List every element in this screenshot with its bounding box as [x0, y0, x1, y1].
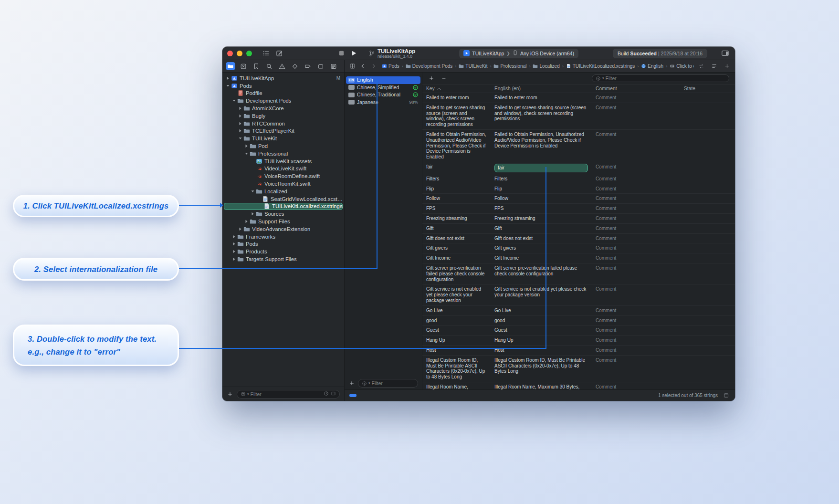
string-row[interactable]: Gift does not existGift does not existCo… — [422, 234, 735, 244]
build-status-badge[interactable]: Build Succeeded | 2025/9/18 at 20:16 — [613, 49, 707, 58]
file-tree-item[interactable]: RTCCommon — [222, 120, 344, 127]
chevron-right-icon[interactable] — [244, 144, 249, 148]
navigator-filter-input[interactable] — [251, 391, 322, 397]
string-row[interactable]: Hang UpHang UpComment — [422, 336, 735, 346]
file-tree-item[interactable]: VideoLiveKit.swift — [222, 165, 344, 173]
string-row[interactable]: fairfairComment — [422, 162, 735, 174]
chevron-down-icon[interactable] — [250, 189, 255, 193]
chevron-right-icon[interactable] — [231, 250, 237, 253]
string-value[interactable]: Follow — [491, 194, 592, 203]
language-item[interactable]: Chinese, Traditional — [346, 91, 420, 99]
string-row[interactable]: goodgoodComment — [422, 316, 735, 326]
string-comment[interactable]: Comment — [592, 234, 680, 243]
string-value[interactable]: Failed to enter room — [491, 93, 592, 103]
string-comment[interactable]: Comment — [592, 103, 680, 129]
column-header-key[interactable]: Key — [422, 84, 491, 93]
language-item[interactable]: Chinese, Simplified — [346, 84, 420, 92]
chevron-right-icon[interactable] — [238, 227, 243, 231]
file-tree-item[interactable]: Pods — [222, 82, 344, 90]
chevron-right-icon[interactable] — [250, 212, 255, 216]
file-tree-item[interactable]: Bugly — [222, 112, 344, 120]
column-header-state[interactable]: State — [680, 84, 735, 93]
chevron-right-icon[interactable] — [238, 114, 243, 118]
navigator-filter-field[interactable]: ▾ — [237, 390, 340, 399]
breadcrumb-item[interactable]: Professional — [493, 63, 526, 69]
string-value[interactable]: Flip — [491, 184, 592, 194]
string-value[interactable]: Gift does not exist — [491, 234, 592, 243]
chevron-right-icon[interactable] — [231, 235, 237, 239]
string-comment[interactable]: Comment — [592, 224, 680, 233]
string-comment[interactable]: Comment — [592, 316, 680, 326]
string-row[interactable]: Failed to enter roomFailed to enter room… — [422, 93, 735, 103]
string-comment[interactable]: Comment — [592, 336, 680, 345]
chevron-down-icon[interactable] — [238, 136, 243, 140]
string-row[interactable]: Failed to Obtain Permission, Unauthorize… — [422, 130, 735, 162]
file-tree-item[interactable]: Frameworks — [222, 233, 344, 241]
inspector-toggle-icon[interactable] — [721, 50, 729, 57]
string-row[interactable]: Go LiveGo LiveComment — [422, 306, 735, 316]
file-tree-item[interactable]: Podfile — [222, 90, 344, 97]
string-row[interactable]: Gift IncomeGift IncomeComment — [422, 253, 735, 263]
string-value[interactable]: Go Live — [491, 306, 592, 315]
string-value[interactable]: good — [491, 316, 592, 326]
string-row[interactable]: FPSFPSComment — [422, 204, 735, 214]
breadcrumb-item[interactable]: English — [641, 63, 663, 69]
code-review-icon[interactable] — [697, 63, 705, 70]
strings-filter-field[interactable]: ▾ — [592, 74, 729, 82]
run-button[interactable] — [349, 50, 358, 57]
file-tree-item[interactable]: TUILiveKit.xcassets — [222, 158, 344, 165]
chevron-down-icon[interactable] — [244, 152, 249, 156]
string-comment[interactable]: Comment — [592, 253, 680, 263]
breadcrumb-item[interactable]: Localized — [533, 63, 559, 69]
string-comment[interactable]: Comment — [592, 346, 680, 355]
breadcrumb-item[interactable]: TUILiveKit — [459, 63, 487, 69]
string-row[interactable]: Freezing streamingFreezing streamingComm… — [422, 214, 735, 224]
file-tree-item[interactable]: VoiceRoomKit.swift — [222, 180, 344, 188]
chevron-right-icon[interactable] — [225, 76, 231, 80]
file-tree-item[interactable]: Targets Support Files — [222, 255, 344, 263]
string-value[interactable]: FPS — [491, 204, 592, 213]
string-row[interactable]: GuestGuestComment — [422, 326, 735, 336]
list-icon[interactable] — [262, 50, 270, 57]
add-language-button[interactable] — [348, 380, 355, 387]
string-comment[interactable]: Comment — [592, 162, 680, 174]
string-row[interactable]: FollowFollowComment — [422, 194, 735, 204]
column-header-english[interactable]: English (en) — [491, 84, 592, 93]
string-row[interactable]: FiltersFiltersComment — [422, 174, 735, 184]
source-control-filter-icon[interactable] — [331, 391, 336, 397]
string-comment[interactable]: Comment — [592, 306, 680, 315]
chevron-right-icon[interactable] — [238, 129, 243, 133]
file-tree-item[interactable]: TCEffectPlayerKit — [222, 127, 344, 135]
string-value[interactable]: Filters — [491, 174, 592, 184]
string-row[interactable]: FlipFlipComment — [422, 184, 735, 194]
string-comment[interactable]: Comment — [592, 326, 680, 335]
adjust-editor-icon[interactable] — [710, 63, 718, 70]
string-comment[interactable]: Comment — [592, 263, 680, 284]
remove-string-button[interactable] — [440, 75, 447, 82]
string-value[interactable]: Gift givers — [491, 243, 592, 253]
string-row[interactable]: Gift server pre-verification failed plea… — [422, 263, 735, 284]
string-value[interactable]: Freezing streaming — [491, 214, 592, 223]
chevron-right-icon[interactable] — [231, 257, 237, 261]
string-value[interactable]: Failed to get screen sharing source (scr… — [491, 103, 592, 129]
string-value[interactable]: Gift — [491, 224, 592, 233]
issues-navigator-icon[interactable] — [277, 62, 287, 70]
string-comment[interactable]: Comment — [592, 174, 680, 184]
debug-navigator-icon[interactable] — [303, 62, 313, 70]
string-row[interactable]: Failed to get screen sharing source (scr… — [422, 103, 735, 130]
add-file-button[interactable] — [227, 391, 233, 398]
reports-navigator-icon[interactable] — [329, 62, 338, 70]
string-value[interactable]: Gift Income — [491, 253, 592, 263]
add-string-button[interactable] — [428, 75, 435, 82]
file-tree-item[interactable]: VoiceRoomDefine.swift — [222, 172, 344, 180]
editor-grid-icon[interactable] — [348, 63, 356, 70]
string-value[interactable]: Failed to Obtain Permission, Unauthorize… — [491, 130, 592, 162]
language-item[interactable]: Japanese98% — [346, 99, 420, 106]
chevron-down-icon[interactable] — [231, 99, 237, 103]
chevron-right-icon[interactable] — [231, 242, 237, 246]
compose-icon[interactable] — [275, 50, 283, 57]
strings-filter-input[interactable] — [606, 75, 725, 81]
recent-files-icon[interactable] — [324, 391, 329, 397]
string-row[interactable]: Illegal Room Name, Maximum 30 Bytes, Mus… — [422, 382, 735, 389]
column-header-comment[interactable]: Comment — [592, 84, 680, 93]
